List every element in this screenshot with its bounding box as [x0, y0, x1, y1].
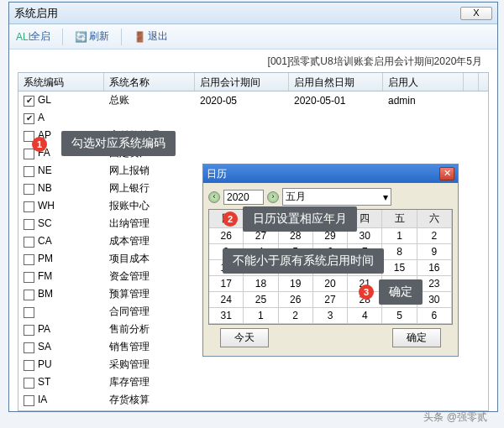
table-row[interactable]: IA存货核算	[18, 391, 488, 409]
checkbox[interactable]	[24, 201, 34, 212]
col-name[interactable]: 系统名称	[104, 73, 195, 91]
checkbox[interactable]	[24, 96, 34, 107]
step-badge-1: 1	[32, 137, 47, 152]
checkbox[interactable]	[24, 395, 34, 406]
step-badge-2: 2	[223, 211, 238, 227]
month-select[interactable]: 五月 ▾	[282, 188, 391, 206]
checkbox[interactable]	[24, 290, 34, 300]
checkbox[interactable]	[24, 184, 34, 195]
checkbox[interactable]	[24, 307, 34, 318]
ok-button[interactable]: 确定	[392, 328, 441, 347]
checkbox[interactable]	[24, 272, 34, 283]
table-row[interactable]: A	[18, 109, 488, 127]
day-cell[interactable]: 26	[279, 292, 313, 308]
day-cell[interactable]: 3	[313, 308, 348, 324]
table-row[interactable]: PU采购管理	[18, 356, 488, 373]
day-cell[interactable]: 20	[313, 276, 348, 292]
tip-ok: 确定	[379, 279, 423, 305]
year-down-icon[interactable]: ‹	[208, 191, 220, 203]
day-cell[interactable]: 19	[279, 276, 313, 292]
day-cell[interactable]: 9	[417, 244, 452, 260]
enable-all-icon: ALL	[16, 31, 28, 43]
checkbox[interactable]	[24, 149, 34, 159]
table-row[interactable]: ST库存管理	[18, 373, 488, 391]
calendar-titlebar: 日历 ✕	[203, 164, 458, 183]
separator	[121, 29, 122, 45]
year-up-icon[interactable]: ›	[267, 191, 279, 203]
day-cell[interactable]: 1	[244, 308, 278, 324]
calendar-controls: ‹ › 五月 ▾	[208, 188, 453, 206]
close-button[interactable]: X	[460, 7, 492, 20]
checkbox[interactable]	[24, 325, 34, 336]
day-cell[interactable]: 25	[244, 292, 278, 308]
grid-header: 系统编码 系统名称 启用会计期间 启用自然日期 启用人	[18, 73, 488, 91]
checkbox[interactable]	[24, 166, 34, 177]
checkbox[interactable]	[24, 360, 34, 371]
table-row[interactable]: GL总账2020-052020-05-01admin	[18, 91, 488, 109]
window-title: 系统启用	[14, 6, 58, 21]
day-cell[interactable]: 17	[209, 276, 244, 292]
checkbox[interactable]	[24, 378, 34, 389]
day-cell[interactable]: 2	[279, 308, 313, 324]
checkbox[interactable]	[24, 219, 34, 230]
day-cell[interactable]: 5	[382, 308, 417, 324]
day-cell[interactable]: 2	[417, 228, 452, 244]
step-badge-3: 3	[359, 284, 374, 300]
col-user[interactable]: 启用人	[383, 73, 464, 91]
chevron-down-icon: ▾	[383, 191, 388, 203]
col-code[interactable]: 系统编码	[18, 73, 104, 91]
tip-1: 勾选对应系统编码	[61, 131, 176, 156]
refresh-button[interactable]: 🔄 刷新	[75, 29, 109, 44]
col-date[interactable]: 启用自然日期	[289, 73, 383, 91]
enable-all-button[interactable]: ALL 全启	[16, 29, 50, 44]
toolbar: ALL 全启 🔄 刷新 🚪 退出	[9, 24, 497, 50]
col-spacer	[464, 73, 479, 91]
day-cell[interactable]: 27	[313, 292, 348, 308]
day-cell[interactable]: 18	[244, 276, 278, 292]
info-line: [001]强零贰U8培训账套启用会计期间2020年5月	[9, 50, 497, 72]
calendar-title: 日历	[207, 167, 227, 181]
refresh-icon: 🔄	[75, 31, 87, 43]
tip-2: 日历设置相应年月	[243, 206, 357, 232]
titlebar: 系统启用 X	[9, 3, 497, 24]
day-cell[interactable]: 6	[417, 308, 452, 324]
day-cell[interactable]: 1	[382, 228, 417, 244]
exit-icon: 🚪	[134, 31, 145, 43]
footer-credit: 头条 @强零贰	[423, 410, 487, 425]
day-cell[interactable]: 8	[382, 244, 417, 260]
exit-button[interactable]: 🚪 退出	[134, 29, 168, 44]
checkbox[interactable]	[24, 237, 34, 248]
day-cell[interactable]: 26	[209, 228, 244, 244]
checkbox[interactable]	[24, 113, 34, 124]
tip-3: 不能小于原有系统启用时间	[223, 248, 384, 274]
separator	[62, 29, 63, 45]
today-button[interactable]: 今天	[220, 328, 269, 347]
day-cell[interactable]: 16	[417, 260, 452, 276]
checkbox[interactable]	[24, 342, 34, 353]
checkbox[interactable]	[24, 254, 34, 265]
day-cell[interactable]: 24	[209, 292, 244, 308]
weekday-header: 六	[417, 210, 452, 228]
weekday-header: 五	[382, 210, 417, 228]
calendar-close-button[interactable]: ✕	[439, 167, 454, 180]
col-period[interactable]: 启用会计期间	[195, 73, 289, 91]
year-input[interactable]	[223, 190, 264, 205]
day-cell[interactable]: 15	[382, 260, 417, 276]
day-cell[interactable]: 4	[348, 308, 382, 324]
day-cell[interactable]: 31	[209, 308, 244, 324]
